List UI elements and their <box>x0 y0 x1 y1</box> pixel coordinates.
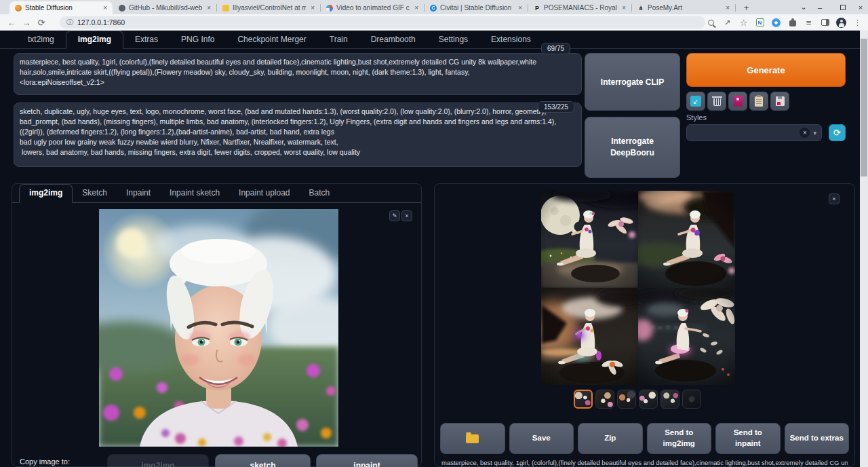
tab-search-icon[interactable]: ⌄ <box>797 0 810 14</box>
tab-title: Stable Diffusion <box>25 4 98 12</box>
thumbnail-6[interactable] <box>682 390 701 409</box>
bookmark-star-icon[interactable]: ☆ <box>738 18 749 28</box>
browser-menu-icon[interactable]: ⋮ <box>852 18 863 28</box>
result-image-4[interactable] <box>638 288 735 385</box>
new-tab-button[interactable]: + <box>741 2 752 14</box>
interrogate-deepbooru-button[interactable]: Interrogate DeepBooru <box>585 117 680 178</box>
negative-prompt-input[interactable]: sketch, duplicate, ugly, huge eyes, text… <box>14 102 582 167</box>
uploaded-source-image[interactable] <box>99 209 338 447</box>
back-icon[interactable]: ← <box>4 18 19 28</box>
window-close-button[interactable]: × <box>853 0 868 14</box>
tab-close-icon[interactable]: × <box>517 4 524 12</box>
reading-list-icon[interactable]: ≡ <box>804 18 814 28</box>
subtab-sketch[interactable]: Sketch <box>73 185 117 202</box>
send-to-img2img-button[interactable]: Send to img2img <box>647 423 712 454</box>
tab-close-icon[interactable]: × <box>309 4 316 12</box>
copy-to-sketch-button[interactable]: sketch <box>215 454 311 467</box>
styles-clear-icon[interactable]: × <box>800 128 810 138</box>
tab-close-icon[interactable]: × <box>413 4 420 12</box>
subtab-inpaint[interactable]: Inpaint <box>117 185 160 202</box>
share-icon[interactable]: ↗ <box>722 18 732 28</box>
send-to-inpaint-button[interactable]: Send to inpaint <box>715 423 781 454</box>
tab-extras[interactable]: Extras <box>123 31 170 48</box>
styles-refresh-button[interactable]: ⟳ <box>829 124 846 141</box>
extra-networks-button[interactable] <box>728 92 747 111</box>
subtab-inpaint-sketch[interactable]: Inpaint sketch <box>160 185 229 202</box>
thumbnail-1[interactable] <box>574 390 593 409</box>
subtab-inpaint-upload[interactable]: Inpaint upload <box>229 185 299 202</box>
result-image-1[interactable] <box>541 191 638 288</box>
save-style-button[interactable] <box>770 92 789 111</box>
copy-to-inpaint-button[interactable]: inpaint <box>316 454 418 467</box>
tab-checkpoint-merger[interactable]: Checkpoint Merger <box>226 31 317 48</box>
floppy-save-icon <box>776 96 785 106</box>
gallery-close-button[interactable]: × <box>829 193 840 204</box>
window-minimize-button[interactable]: – <box>811 0 829 14</box>
tab-png-info[interactable]: PNG Info <box>170 31 226 48</box>
tab-separator <box>735 4 736 12</box>
browser-tab-github[interactable]: GitHub - Mikubill/sd-webui-co × <box>113 1 216 14</box>
apply-style-button[interactable] <box>749 92 768 111</box>
remove-image-button[interactable]: × <box>401 210 412 221</box>
paste-generation-params-button[interactable]: ↙ <box>686 92 705 111</box>
result-image-2[interactable] <box>638 191 735 288</box>
tab-img2img[interactable]: img2img <box>66 31 123 49</box>
clear-prompt-button[interactable] <box>707 92 726 111</box>
result-image-3[interactable] <box>541 288 638 385</box>
zoom-icon[interactable] <box>706 18 716 28</box>
page-scrollbar[interactable] <box>860 31 868 467</box>
n-glyph: N <box>756 18 764 26</box>
tab-title: GitHub - Mikubill/sd-webui-co <box>129 4 202 12</box>
styles-dropdown[interactable]: × ▾ <box>686 124 822 141</box>
thumbnail-5[interactable] <box>660 390 679 409</box>
tab-title: PoseMy.Art <box>648 4 721 12</box>
browser-tab-posemaniacs[interactable]: P POSEMANIACS - Royalty free 3 × <box>528 1 631 14</box>
subtab-img2img[interactable]: img2img <box>19 184 73 203</box>
browser-tab-stable-diffusion[interactable]: Stable Diffusion × <box>9 1 113 14</box>
card-icon <box>734 96 743 107</box>
open-folder-button[interactable] <box>440 423 505 454</box>
browser-tab-civitai[interactable]: C Civitai | Stable Diffusion models × <box>425 1 528 14</box>
generate-button[interactable]: Generate <box>686 53 846 87</box>
prompt-input[interactable]: masterpiece, best quality, 1girl, (color… <box>14 53 582 95</box>
tab-close-icon[interactable]: × <box>620 4 627 12</box>
tab-close-icon[interactable]: × <box>102 4 108 12</box>
browser-tab-posemyart[interactable]: ⋔ PoseMy.Art × <box>632 1 735 14</box>
generation-info-text: masterpiece, best quality, 1girl, (color… <box>441 459 848 467</box>
extension-n-icon[interactable]: N <box>755 18 765 28</box>
main-nav-tabs: txt2img img2img Extras PNG Info Checkpoi… <box>0 31 860 49</box>
browser-tab-controlnet[interactable]: Illyasviel/ControlNet at main × <box>217 1 320 14</box>
tab-dreambooth[interactable]: Dreambooth <box>359 31 427 48</box>
extension-blue-icon[interactable] <box>771 18 781 28</box>
tab-train[interactable]: Train <box>318 31 359 48</box>
scrollbar-thumb[interactable] <box>861 39 867 176</box>
edit-image-button[interactable]: ✎ <box>389 210 400 221</box>
extensions-puzzle-icon[interactable] <box>787 18 797 28</box>
thumbnail-3[interactable] <box>617 390 636 409</box>
address-bar[interactable]: ⓘ 127.0.0.1:7860 <box>60 16 705 29</box>
browser-tab-gif-converter[interactable]: Video to animated GIF converter × <box>321 1 424 14</box>
avatar-glyph <box>836 18 846 28</box>
save-button[interactable]: Save <box>509 423 574 454</box>
forward-icon[interactable]: → <box>19 18 34 28</box>
thumbnail-4[interactable] <box>639 390 658 409</box>
tab-txt2img[interactable]: txt2img <box>16 31 66 48</box>
profile-avatar[interactable] <box>836 18 846 28</box>
reload-icon[interactable]: ⟳ <box>34 18 49 28</box>
chevron-down-icon[interactable]: ▾ <box>813 130 816 136</box>
screen: Stable Diffusion × GitHub - Mikubill/sd-… <box>0 0 868 467</box>
interrogate-clip-button[interactable]: Interrogate CLIP <box>585 53 680 111</box>
zip-button[interactable]: Zip <box>578 423 643 454</box>
send-to-extras-button[interactable]: Send to extras <box>785 423 850 454</box>
tab-extensions[interactable]: Extensions <box>479 31 542 48</box>
window-maximize-button[interactable] <box>834 0 852 14</box>
tab-settings[interactable]: Settings <box>427 31 479 48</box>
tab-close-icon[interactable]: × <box>724 4 731 12</box>
side-panel-icon[interactable] <box>820 18 830 28</box>
result-image-grid[interactable] <box>541 191 735 385</box>
subtab-batch[interactable]: Batch <box>300 185 340 202</box>
site-info-icon[interactable]: ⓘ <box>66 18 73 27</box>
tab-close-icon[interactable]: × <box>205 4 212 12</box>
thumbnail-2[interactable] <box>595 390 614 409</box>
panel-glyph <box>821 19 829 26</box>
